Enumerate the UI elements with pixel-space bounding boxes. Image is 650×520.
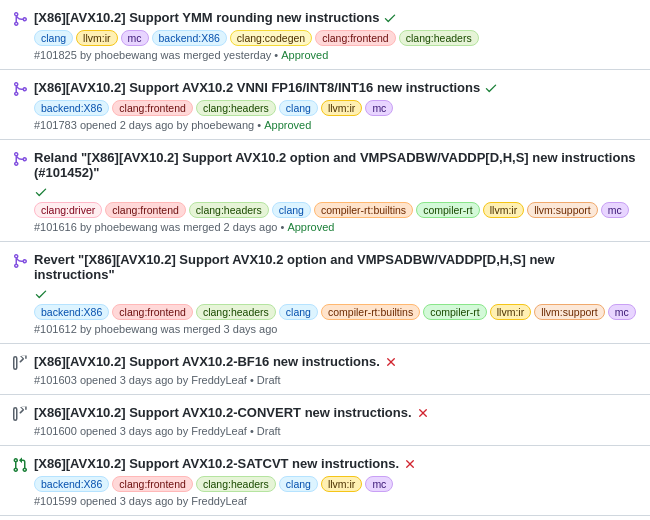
pr-title-line: [X86][AVX10.2] Support AVX10.2-SATCVT ne… [34, 456, 638, 471]
tag-clang-frontend[interactable]: clang:frontend [112, 100, 193, 116]
pr-title[interactable]: Revert "[X86][AVX10.2] Support AVX10.2 o… [34, 252, 638, 282]
tag-clang[interactable]: clang [34, 30, 73, 46]
pr-header: [X86][AVX10.2] Support AVX10.2 VNNI FP16… [12, 80, 638, 97]
approved-status: Approved [264, 119, 311, 131]
tag-mc[interactable]: mc [601, 202, 629, 218]
pr-title[interactable]: Reland "[X86][AVX10.2] Support AVX10.2 o… [34, 150, 638, 180]
status-check-icon [34, 286, 48, 301]
pr-title[interactable]: [X86][AVX10.2] Support AVX10.2-BF16 new … [34, 354, 380, 369]
pr-header: Revert "[X86][AVX10.2] Support AVX10.2 o… [12, 252, 638, 301]
pr-header: [X86][AVX10.2] Support AVX10.2-SATCVT ne… [12, 456, 638, 473]
tags-row: backend:X86clang:frontendclang:headerscl… [34, 476, 638, 492]
draft-icon [12, 406, 28, 422]
tag-llvm-ir[interactable]: llvm:ir [490, 304, 531, 320]
pr-number[interactable]: #101599 [34, 495, 77, 507]
pr-meta: #101600 opened 3 days ago by FreddyLeaf … [34, 425, 638, 437]
pr-number[interactable]: #101616 [34, 221, 77, 233]
pr-item: [X86][AVX10.2] Support YMM rounding new … [0, 0, 650, 69]
tag-compiler-rt[interactable]: compiler-rt [416, 202, 480, 218]
approved-status: Approved [287, 221, 334, 233]
tag-mc[interactable]: mc [121, 30, 149, 46]
pr-meta: #101599 opened 3 days ago by FreddyLeaf [34, 495, 638, 507]
merged-icon [12, 81, 28, 97]
pr-number[interactable]: #101783 [34, 119, 77, 131]
tag-clang[interactable]: clang [279, 100, 318, 116]
pr-meta: #101825 by phoebewang was merged yesterd… [34, 49, 638, 61]
pr-title-line: Revert "[X86][AVX10.2] Support AVX10.2 o… [34, 252, 638, 301]
status-x-icon [403, 456, 417, 471]
tags-row: clangllvm:irmcbackend:X86clang:codegencl… [34, 30, 638, 46]
tag-backend-x86[interactable]: backend:X86 [34, 476, 109, 492]
pr-meta: #101612 by phoebewang was merged 3 days … [34, 323, 638, 335]
pr-header: Reland "[X86][AVX10.2] Support AVX10.2 o… [12, 150, 638, 199]
tag-mc[interactable]: mc [365, 476, 393, 492]
tag-llvm-ir[interactable]: llvm:ir [76, 30, 117, 46]
draft-status: Draft [257, 374, 281, 386]
draft-status: Draft [257, 425, 281, 437]
tag-clang-headers[interactable]: clang:headers [189, 202, 269, 218]
tag-llvm-ir[interactable]: llvm:ir [321, 100, 362, 116]
pr-title-line: [X86][AVX10.2] Support YMM rounding new … [34, 10, 638, 25]
pr-item: [X86][AVX10.2] Support AVX10.2-CONVERT n… [0, 394, 650, 445]
pr-title-line: [X86][AVX10.2] Support AVX10.2-CONVERT n… [34, 405, 638, 420]
tag-clang-frontend[interactable]: clang:frontend [315, 30, 396, 46]
tag-llvm-support[interactable]: llvm:support [527, 202, 598, 218]
pr-list: [X86][AVX10.2] Support YMM rounding new … [0, 0, 650, 520]
pr-item: [X86][AVX10.2] Support AVX10.2-MINMAX ne… [0, 515, 650, 520]
pr-title-line: Reland "[X86][AVX10.2] Support AVX10.2 o… [34, 150, 638, 199]
tag-compiler-rt-builtins[interactable]: compiler-rt:builtins [314, 202, 413, 218]
tag-compiler-rt[interactable]: compiler-rt [423, 304, 487, 320]
pr-title[interactable]: [X86][AVX10.2] Support AVX10.2-CONVERT n… [34, 405, 412, 420]
pr-item: Reland "[X86][AVX10.2] Support AVX10.2 o… [0, 139, 650, 241]
tag-mc[interactable]: mc [608, 304, 636, 320]
tag-clang-driver[interactable]: clang:driver [34, 202, 102, 218]
tag-clang-headers[interactable]: clang:headers [399, 30, 479, 46]
pr-number[interactable]: #101600 [34, 425, 77, 437]
pr-item: [X86][AVX10.2] Support AVX10.2-SATCVT ne… [0, 445, 650, 515]
tag-backend-x86[interactable]: backend:X86 [152, 30, 227, 46]
merged-icon [12, 11, 28, 27]
pr-title-line: [X86][AVX10.2] Support AVX10.2-BF16 new … [34, 354, 638, 369]
tag-backend-x86[interactable]: backend:X86 [34, 304, 109, 320]
pr-title[interactable]: [X86][AVX10.2] Support AVX10.2 VNNI FP16… [34, 80, 480, 95]
tag-backend-x86[interactable]: backend:X86 [34, 100, 109, 116]
tag-clang[interactable]: clang [279, 476, 318, 492]
pr-item: [X86][AVX10.2] Support AVX10.2 VNNI FP16… [0, 69, 650, 139]
status-check-icon [34, 184, 48, 199]
pr-title[interactable]: [X86][AVX10.2] Support YMM rounding new … [34, 10, 379, 25]
pr-meta: #101783 opened 2 days ago by phoebewang … [34, 119, 638, 131]
pr-title[interactable]: [X86][AVX10.2] Support AVX10.2-SATCVT ne… [34, 456, 399, 471]
tags-row: clang:driverclang:frontendclang:headersc… [34, 202, 638, 218]
pr-number[interactable]: #101825 [34, 49, 77, 61]
tag-clang-frontend[interactable]: clang:frontend [112, 304, 193, 320]
pr-header: [X86][AVX10.2] Support YMM rounding new … [12, 10, 638, 27]
tag-llvm-ir[interactable]: llvm:ir [321, 476, 362, 492]
tag-clang-headers[interactable]: clang:headers [196, 476, 276, 492]
pr-number[interactable]: #101603 [34, 374, 77, 386]
tag-clang-headers[interactable]: clang:headers [196, 304, 276, 320]
tags-row: backend:X86clang:frontendclang:headerscl… [34, 304, 638, 320]
pr-header: [X86][AVX10.2] Support AVX10.2-CONVERT n… [12, 405, 638, 422]
draft-icon [12, 355, 28, 371]
status-check-icon [484, 80, 498, 95]
pr-number[interactable]: #101612 [34, 323, 77, 335]
tag-clang-headers[interactable]: clang:headers [196, 100, 276, 116]
status-x-icon [384, 354, 398, 369]
pr-meta: #101616 by phoebewang was merged 2 days … [34, 221, 638, 233]
tag-clang[interactable]: clang [279, 304, 318, 320]
tag-clang-frontend[interactable]: clang:frontend [112, 476, 193, 492]
tag-compiler-rt-builtins[interactable]: compiler-rt:builtins [321, 304, 420, 320]
open-icon [12, 457, 28, 473]
tag-clang[interactable]: clang [272, 202, 311, 218]
merged-icon [12, 253, 28, 269]
tag-mc[interactable]: mc [365, 100, 393, 116]
tags-row: backend:X86clang:frontendclang:headerscl… [34, 100, 638, 116]
tag-clang-frontend[interactable]: clang:frontend [105, 202, 186, 218]
merged-icon [12, 151, 28, 167]
tag-llvm-ir[interactable]: llvm:ir [483, 202, 524, 218]
pr-item: Revert "[X86][AVX10.2] Support AVX10.2 o… [0, 241, 650, 343]
tag-llvm-support[interactable]: llvm:support [534, 304, 605, 320]
tag-clang-codegen[interactable]: clang:codegen [230, 30, 312, 46]
pr-item: [X86][AVX10.2] Support AVX10.2-BF16 new … [0, 343, 650, 394]
status-check-icon [383, 10, 397, 25]
